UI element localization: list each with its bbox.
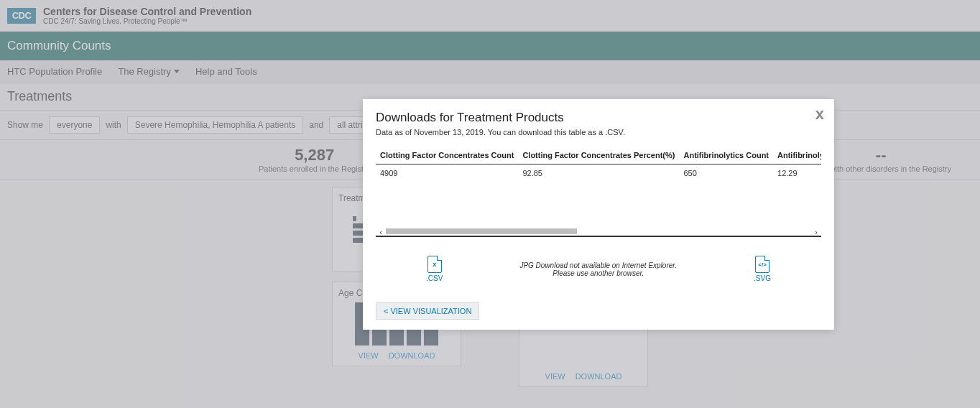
- download-row: x .CSV JPG Download not available on Int…: [376, 237, 821, 289]
- table-wrapper: Clotting Factor Concentrates Count Clott…: [376, 147, 821, 218]
- table-header: Clotting Factor Concentrates Percent(%): [518, 147, 679, 164]
- scroll-left-icon[interactable]: ‹: [376, 228, 386, 236]
- modal-table: Clotting Factor Concentrates Count Clott…: [376, 147, 821, 182]
- download-csv-button[interactable]: x .CSV: [426, 256, 443, 282]
- download-svg-button[interactable]: </> .SVG: [754, 256, 771, 282]
- scroll-track[interactable]: [386, 228, 811, 236]
- table-cell: 4909: [376, 164, 518, 182]
- downloads-modal: x Downloads for Treatment Products Data …: [363, 99, 834, 330]
- modal-title: Downloads for Treatment Products: [376, 111, 821, 125]
- file-csv-icon: x: [427, 256, 442, 273]
- scroll-thumb[interactable]: [386, 228, 577, 234]
- jpg-note: JPG Download not available on Internet E…: [519, 261, 678, 277]
- close-icon[interactable]: x: [815, 105, 824, 124]
- table-row: 4909 92.85 650 12.29 suppressed: [376, 164, 821, 182]
- download-svg-label: .SVG: [754, 274, 771, 282]
- table-header: Antifibrinolytics Count: [679, 147, 773, 164]
- table-cell: 12.29: [773, 164, 821, 182]
- table-cell: 650: [679, 164, 773, 182]
- table-scrollbar[interactable]: ‹ ›: [376, 228, 821, 237]
- table-header: Antifibrinolytics Percent(%): [773, 147, 821, 164]
- file-svg-icon: </>: [755, 256, 769, 273]
- download-csv-label: .CSV: [426, 274, 443, 282]
- table-header-row: Clotting Factor Concentrates Count Clott…: [376, 147, 821, 164]
- view-visualization-button[interactable]: < VIEW VISUALIZATION: [376, 302, 479, 320]
- table-header: Clotting Factor Concentrates Count: [376, 147, 518, 164]
- table-cell: 92.85: [518, 164, 679, 182]
- modal-subtitle: Data as of November 13, 2019. You can do…: [376, 128, 821, 136]
- scroll-right-icon[interactable]: ›: [811, 228, 821, 236]
